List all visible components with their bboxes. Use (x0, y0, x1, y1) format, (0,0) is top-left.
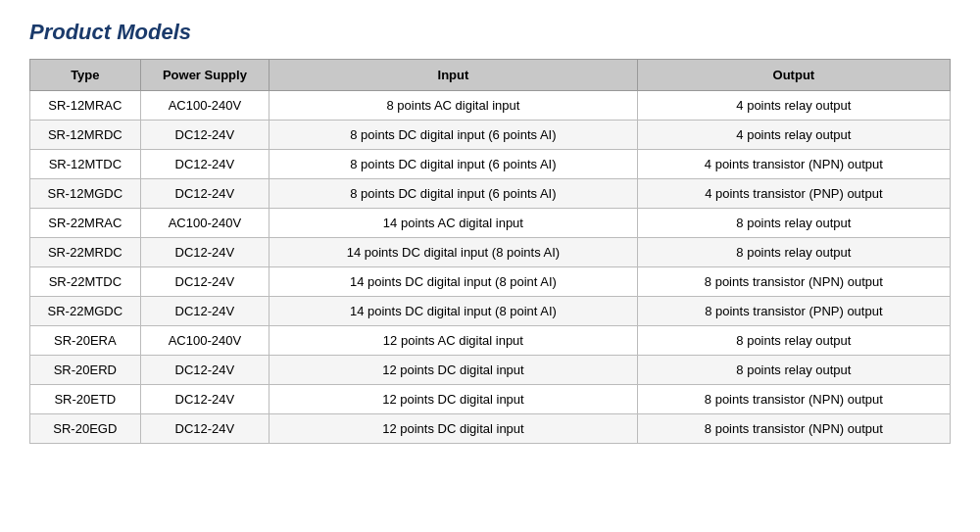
table-header-row: Type Power Supply Input Output (30, 60, 951, 91)
cell-output: 4 points transistor (NPN) output (637, 150, 950, 179)
cell-output: 4 points relay output (637, 91, 950, 121)
cell-input: 8 points DC digital input (6 points AI) (270, 150, 638, 179)
table-row: SR-20EGDDC12-24V12 points DC digital inp… (30, 414, 951, 444)
cell-power: AC100-240V (140, 209, 269, 238)
cell-input: 8 points AC digital input (270, 91, 638, 121)
product-models-table: Type Power Supply Input Output SR-12MRAC… (29, 59, 951, 444)
cell-type: SR-20ERA (30, 326, 141, 356)
table-row: SR-22MTDCDC12-24V14 points DC digital in… (30, 267, 951, 297)
cell-type: SR-22MTDC (30, 267, 141, 297)
cell-output: 8 points transistor (NPN) output (637, 385, 950, 414)
cell-output: 8 points relay output (637, 356, 950, 385)
cell-output: 4 points transistor (PNP) output (637, 179, 950, 209)
cell-output: 8 points relay output (637, 326, 950, 356)
cell-type: SR-20ETD (30, 385, 141, 414)
table-row: SR-22MRDCDC12-24V14 points DC digital in… (30, 238, 951, 267)
cell-power: DC12-24V (140, 179, 269, 209)
cell-output: 8 points transistor (NPN) output (637, 267, 950, 297)
header-power: Power Supply (140, 60, 269, 91)
table-row: SR-12MGDCDC12-24V8 points DC digital inp… (30, 179, 951, 209)
cell-type: SR-20ERD (30, 356, 141, 385)
table-row: SR-20ERAAC100-240V12 points AC digital i… (30, 326, 951, 356)
cell-power: DC12-24V (140, 414, 269, 444)
cell-input: 14 points AC digital input (270, 209, 638, 238)
table-row: SR-22MRACAC100-240V14 points AC digital … (30, 209, 951, 238)
cell-output: 8 points relay output (637, 238, 950, 267)
cell-input: 8 points DC digital input (6 points AI) (270, 121, 638, 150)
cell-type: SR-12MTDC (30, 150, 141, 179)
cell-power: DC12-24V (140, 385, 269, 414)
cell-type: SR-22MRDC (30, 238, 141, 267)
cell-input: 8 points DC digital input (6 points AI) (270, 179, 638, 209)
header-input: Input (270, 60, 638, 91)
cell-output: 4 points relay output (637, 121, 950, 150)
cell-type: SR-20EGD (30, 414, 141, 444)
cell-power: DC12-24V (140, 150, 269, 179)
header-output: Output (637, 60, 950, 91)
cell-power: DC12-24V (140, 238, 269, 267)
cell-output: 8 points transistor (PNP) output (637, 297, 950, 326)
cell-power: DC12-24V (140, 356, 269, 385)
table-row: SR-12MRDCDC12-24V8 points DC digital inp… (30, 121, 951, 150)
cell-input: 14 points DC digital input (8 points AI) (270, 238, 638, 267)
table-row: SR-20ETDDC12-24V12 points DC digital inp… (30, 385, 951, 414)
cell-power: AC100-240V (140, 326, 269, 356)
cell-input: 12 points DC digital input (270, 356, 638, 385)
table-row: SR-12MRACAC100-240V8 points AC digital i… (30, 91, 951, 121)
table-row: SR-22MGDCDC12-24V14 points DC digital in… (30, 297, 951, 326)
page-title: Product Models (29, 20, 951, 45)
cell-power: DC12-24V (140, 297, 269, 326)
cell-output: 8 points transistor (NPN) output (637, 414, 950, 444)
cell-output: 8 points relay output (637, 209, 950, 238)
header-type: Type (30, 60, 141, 91)
cell-power: DC12-24V (140, 121, 269, 150)
cell-power: DC12-24V (140, 267, 269, 297)
cell-input: 12 points DC digital input (270, 414, 638, 444)
cell-type: SR-22MGDC (30, 297, 141, 326)
cell-input: 12 points AC digital input (270, 326, 638, 356)
cell-type: SR-12MRDC (30, 121, 141, 150)
cell-power: AC100-240V (140, 91, 269, 121)
cell-type: SR-22MRAC (30, 209, 141, 238)
cell-type: SR-12MRAC (30, 91, 141, 121)
cell-type: SR-12MGDC (30, 179, 141, 209)
table-row: SR-20ERDDC12-24V12 points DC digital inp… (30, 356, 951, 385)
cell-input: 12 points DC digital input (270, 385, 638, 414)
table-row: SR-12MTDCDC12-24V8 points DC digital inp… (30, 150, 951, 179)
cell-input: 14 points DC digital input (8 point AI) (270, 267, 638, 297)
cell-input: 14 points DC digital input (8 point AI) (270, 297, 638, 326)
